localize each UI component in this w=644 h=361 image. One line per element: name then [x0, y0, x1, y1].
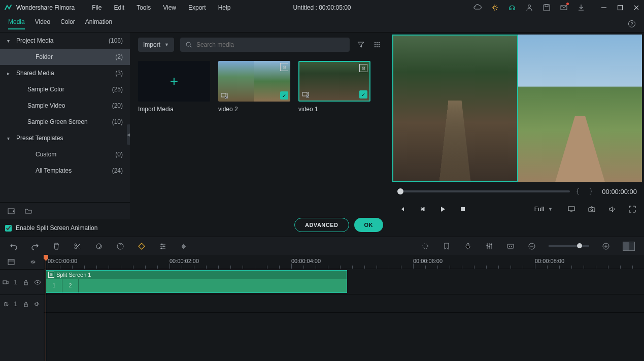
- search-input[interactable]: [196, 41, 345, 48]
- menu-edit[interactable]: Edit: [109, 2, 130, 13]
- keyframe-icon[interactable]: [137, 242, 146, 251]
- grid-view-icon[interactable]: [372, 41, 382, 49]
- redo-icon[interactable]: [30, 242, 40, 251]
- timeline-clip[interactable]: ⊞ Split Screen 1 1 2: [46, 270, 347, 293]
- add-to-timeline-icon[interactable]: [220, 91, 228, 100]
- sidebar-item[interactable]: ▾Preset Templates: [0, 130, 130, 146]
- download-icon[interactable]: [577, 4, 585, 12]
- clip-cell[interactable]: 2: [62, 279, 79, 292]
- lock-icon[interactable]: [23, 279, 29, 285]
- checked-icon[interactable]: ✓: [359, 90, 367, 99]
- mail-icon[interactable]: [560, 4, 568, 12]
- timeline-body[interactable]: 00:00:00:0000:00:02:0000:00:04:0000:00:0…: [44, 255, 644, 361]
- import-media-box[interactable]: +: [138, 61, 210, 102]
- visibility-icon[interactable]: [34, 279, 41, 286]
- checked-icon[interactable]: ✓: [280, 91, 288, 100]
- thumbnail-image[interactable]: ⊡ ✓: [298, 61, 370, 102]
- split-screen-animation-toggle[interactable]: Enable Split Screen Animation: [0, 219, 130, 237]
- tab-media[interactable]: Media: [8, 18, 25, 29]
- help-icon[interactable]: ?: [628, 20, 636, 28]
- speed-icon[interactable]: [116, 242, 125, 251]
- display-icon[interactable]: [567, 205, 576, 214]
- video-track-row[interactable]: ⊞ Split Screen 1 1 2: [44, 269, 644, 294]
- prev-frame-button[interactable]: [397, 205, 406, 214]
- timeline-overview[interactable]: [623, 242, 635, 251]
- split-icon[interactable]: [73, 242, 82, 251]
- audio-track-header[interactable]: 1: [0, 294, 44, 313]
- fullscreen-icon[interactable]: [628, 205, 637, 214]
- new-folder-icon[interactable]: [7, 207, 15, 215]
- advanced-button[interactable]: ADVANCED: [294, 218, 349, 232]
- sidebar-item[interactable]: Custom(0): [0, 146, 130, 162]
- add-to-timeline-icon[interactable]: [301, 90, 310, 99]
- sidebar-item[interactable]: ▸Shared Media(3): [0, 65, 130, 81]
- preview-pane-left[interactable]: [392, 35, 518, 182]
- thumbnail-image[interactable]: ⊡ ✓: [218, 61, 290, 102]
- menu-help[interactable]: Help: [213, 2, 236, 13]
- media-thumbnail[interactable]: +Import Media: [138, 61, 210, 113]
- sidebar-item[interactable]: Folder(2): [0, 49, 130, 65]
- preview-canvas[interactable]: [392, 35, 642, 182]
- split-screen-checkbox[interactable]: [5, 225, 12, 232]
- tab-animation[interactable]: Animation: [85, 18, 112, 29]
- mark-brackets[interactable]: { }: [576, 188, 596, 195]
- track-options-icon[interactable]: [8, 258, 15, 266]
- link-icon[interactable]: [29, 258, 37, 266]
- sidebar-item[interactable]: ▾Project Media(106): [0, 32, 130, 49]
- clip-cell[interactable]: 1: [46, 279, 62, 292]
- adjust-icon[interactable]: [158, 242, 167, 251]
- media-thumbnail[interactable]: ⊡ ✓ video 1: [298, 61, 370, 113]
- audio-icon[interactable]: [180, 242, 189, 251]
- menu-file[interactable]: File: [87, 2, 107, 13]
- menu-export[interactable]: Export: [183, 2, 211, 13]
- tab-color[interactable]: Color: [60, 18, 75, 29]
- undo-icon[interactable]: [9, 242, 18, 251]
- volume-icon[interactable]: [607, 205, 617, 214]
- tab-video[interactable]: Video: [35, 18, 50, 29]
- crop-icon[interactable]: [94, 242, 104, 251]
- audio-track-row[interactable]: [44, 294, 644, 313]
- play-button[interactable]: [438, 205, 447, 214]
- zoom-out-icon[interactable]: [527, 242, 536, 251]
- delete-icon[interactable]: [52, 242, 61, 251]
- expand-icon[interactable]: ⊡: [280, 63, 288, 71]
- snapshot-icon[interactable]: [587, 205, 596, 214]
- timeline-ruler[interactable]: 00:00:00:0000:00:02:0000:00:04:0000:00:0…: [44, 255, 644, 269]
- close-button[interactable]: [633, 4, 640, 11]
- menu-tools[interactable]: Tools: [131, 2, 156, 13]
- media-thumbnail[interactable]: ⊡ ✓ video 2: [218, 61, 290, 113]
- effects-icon[interactable]: [491, 4, 499, 12]
- minimize-button[interactable]: [600, 4, 607, 11]
- voiceover-icon[interactable]: [463, 242, 472, 251]
- expand-icon[interactable]: ⊡: [359, 64, 367, 72]
- import-dropdown[interactable]: Import ▼: [138, 38, 174, 52]
- cloud-icon[interactable]: [473, 4, 482, 12]
- playhead[interactable]: [46, 255, 46, 361]
- folder-icon[interactable]: [24, 207, 32, 215]
- scrub-slider[interactable]: [397, 190, 570, 192]
- sidebar-item[interactable]: Sample Color(25): [0, 81, 130, 97]
- mute-icon[interactable]: [34, 301, 41, 308]
- maximize-button[interactable]: [617, 4, 624, 11]
- save-icon[interactable]: [543, 4, 551, 12]
- caption-icon[interactable]: [506, 242, 515, 251]
- filter-icon[interactable]: [356, 41, 366, 49]
- sidebar-item[interactable]: All Templates(24): [0, 162, 130, 179]
- stop-button[interactable]: [458, 205, 467, 214]
- zoom-in-icon[interactable]: [601, 242, 611, 251]
- search-box[interactable]: [180, 38, 350, 52]
- quality-dropdown[interactable]: Full ▼: [531, 205, 556, 214]
- play-backward-button[interactable]: [418, 205, 427, 214]
- lock-icon[interactable]: [23, 301, 29, 307]
- panel-collapse-handle[interactable]: ◀: [127, 124, 130, 145]
- sidebar-item[interactable]: Sample Green Screen(10): [0, 114, 130, 130]
- marker-icon[interactable]: [442, 242, 451, 251]
- account-icon[interactable]: [525, 4, 533, 12]
- render-icon[interactable]: [421, 242, 430, 251]
- menu-view[interactable]: View: [158, 2, 181, 13]
- sidebar-item[interactable]: Sample Video(20): [0, 97, 130, 114]
- video-track-header[interactable]: 1: [0, 269, 44, 294]
- mixer-icon[interactable]: [485, 242, 494, 251]
- zoom-slider[interactable]: [549, 245, 589, 247]
- headphones-icon[interactable]: [508, 4, 516, 12]
